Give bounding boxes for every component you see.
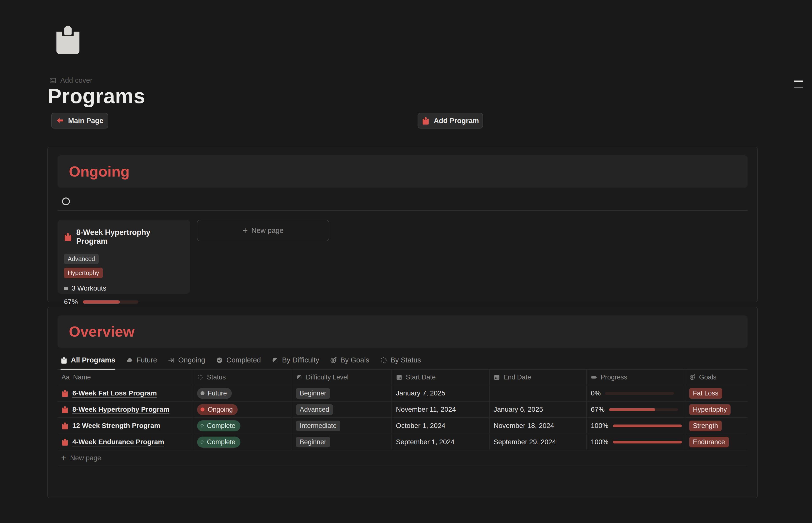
difficulty-tag[interactable]: Intermediate — [296, 420, 340, 431]
clipboard-icon — [64, 233, 72, 241]
progress-label: 100% — [591, 438, 608, 446]
end-date[interactable]: September 29, 2024 — [494, 438, 556, 446]
card-progress-label: 67% — [64, 298, 78, 306]
program-link[interactable]: 6-Week Fat Loss Program — [72, 389, 157, 397]
start-date[interactable]: January 7, 2025 — [396, 389, 446, 397]
table-new-page-button[interactable]: + New page — [58, 450, 748, 466]
status-dot-icon — [201, 408, 205, 412]
tab-by-goals[interactable]: By Goals — [330, 356, 369, 369]
table-row: 8-Week Hypertrophy Program Ongoing Advan… — [58, 402, 748, 418]
new-page-label: New page — [251, 227, 284, 235]
tab-all-programs[interactable]: All Programs — [60, 356, 115, 369]
tab-ongoing[interactable]: Ongoing — [168, 356, 205, 369]
difficulty-tag[interactable]: Beginner — [296, 388, 330, 399]
clipboard-icon — [422, 117, 430, 125]
table-row: 4-Week Endurance Program Complete Beginn… — [58, 434, 748, 450]
status-dot-icon — [201, 424, 204, 428]
status-group-circle-icon[interactable] — [62, 197, 70, 205]
clipboard-icon — [60, 357, 68, 364]
card-difficulty-tag: Advanced — [64, 254, 99, 264]
status-badge[interactable]: Complete — [197, 420, 240, 431]
column-header-start-date[interactable]: Start Date — [392, 369, 490, 385]
table-row: 6-Week Fat Loss Program Future Beginner … — [58, 385, 748, 402]
tab-future[interactable]: Future — [126, 356, 157, 369]
progress-label: 0% — [591, 389, 601, 397]
programs-table: Aa Name Status Difficulty Level Start Da… — [58, 369, 748, 466]
status-dot-icon — [201, 440, 204, 444]
start-date[interactable]: November 11, 2024 — [396, 405, 456, 413]
start-date[interactable]: September 1, 2024 — [396, 438, 454, 446]
check-circle-icon — [216, 357, 223, 364]
column-header-goals[interactable]: Goals — [685, 369, 748, 385]
calendar-icon — [494, 374, 500, 380]
column-header-progress[interactable]: Progress — [587, 369, 685, 385]
column-header-status[interactable]: Status — [193, 369, 292, 385]
divider — [58, 210, 748, 211]
new-page-label: New page — [70, 454, 101, 462]
contrast-circle-icon — [272, 357, 279, 364]
status-badge[interactable]: Future — [197, 388, 232, 399]
end-date[interactable]: January 6, 2025 — [494, 405, 543, 413]
cloud-icon — [126, 357, 133, 364]
card-title[interactable]: 8-Week Hypertrophy Program — [76, 228, 184, 246]
add-program-button[interactable]: Add Program — [418, 113, 483, 128]
clipboard-icon — [61, 438, 69, 446]
program-card[interactable]: 8-Week Hypertrophy Program Advanced Hype… — [58, 220, 190, 294]
clipboard-icon — [61, 390, 69, 397]
goal-tag[interactable]: Strength — [689, 420, 722, 431]
tab-by-status[interactable]: By Status — [380, 356, 421, 369]
page-icon[interactable] — [54, 19, 82, 59]
ongoing-section: Ongoing 8-Week Hypertrophy Program Advan… — [47, 147, 758, 302]
start-date[interactable]: October 1, 2024 — [396, 422, 446, 430]
overview-heading: Overview — [69, 323, 135, 340]
battery-icon — [591, 374, 597, 380]
tab-by-difficulty[interactable]: By Difficulty — [272, 356, 319, 369]
status-dot-icon — [201, 391, 205, 395]
status-badge[interactable]: Complete — [197, 437, 240, 448]
dashed-circle-icon — [380, 357, 387, 364]
column-header-difficulty[interactable]: Difficulty Level — [292, 369, 392, 385]
card-workouts: 3 Workouts — [72, 284, 106, 292]
clipboard-icon — [61, 422, 69, 429]
target-icon — [689, 374, 696, 380]
ongoing-section-header: Ongoing — [58, 156, 748, 187]
column-header-end-date[interactable]: End Date — [490, 369, 587, 385]
contrast-circle-icon — [296, 374, 302, 380]
target-icon — [330, 357, 337, 364]
left-arrow-icon — [56, 117, 64, 125]
calendar-icon — [396, 374, 402, 380]
text-type-icon: Aa — [61, 374, 70, 381]
menu-icon[interactable] — [794, 80, 803, 88]
overview-section-header: Overview — [58, 315, 748, 348]
status-badge[interactable]: Ongoing — [197, 404, 238, 415]
table-row: 12 Week Strength Program Complete Interm… — [58, 418, 748, 434]
difficulty-tag[interactable]: Beginner — [296, 437, 330, 447]
progress-bar — [605, 392, 674, 395]
workouts-bullet-icon — [64, 287, 68, 290]
progress-label: 67% — [591, 405, 605, 413]
add-program-label: Add Program — [434, 117, 479, 125]
program-link[interactable]: 4-Week Endurance Program — [72, 438, 164, 446]
goal-tag[interactable]: Endurance — [689, 437, 729, 447]
progress-bar — [613, 441, 682, 444]
column-header-name[interactable]: Aa Name — [58, 369, 193, 385]
progress-bar — [613, 425, 682, 427]
table-header: Aa Name Status Difficulty Level Start Da… — [58, 369, 748, 385]
arrow-bar-icon — [168, 357, 175, 364]
burst-icon — [197, 374, 204, 380]
end-date[interactable]: November 18, 2024 — [494, 422, 554, 430]
main-page-button[interactable]: Main Page — [51, 113, 108, 128]
overview-section: Overview All Programs Future Ongoing Com… — [47, 307, 758, 498]
program-link[interactable]: 8-Week Hypertrophy Program — [72, 405, 170, 413]
progress-label: 100% — [591, 422, 608, 430]
program-link[interactable]: 12 Week Strength Program — [72, 422, 160, 430]
goal-tag[interactable]: Hypertophy — [689, 404, 731, 415]
new-page-button[interactable]: + New page — [197, 220, 329, 241]
progress-bar — [83, 301, 138, 304]
difficulty-tag[interactable]: Advanced — [296, 404, 333, 415]
progress-bar — [609, 408, 678, 411]
clipboard-icon — [61, 406, 69, 413]
tab-completed[interactable]: Completed — [216, 356, 261, 369]
main-page-label: Main Page — [68, 117, 103, 125]
goal-tag[interactable]: Fat Loss — [689, 388, 722, 399]
